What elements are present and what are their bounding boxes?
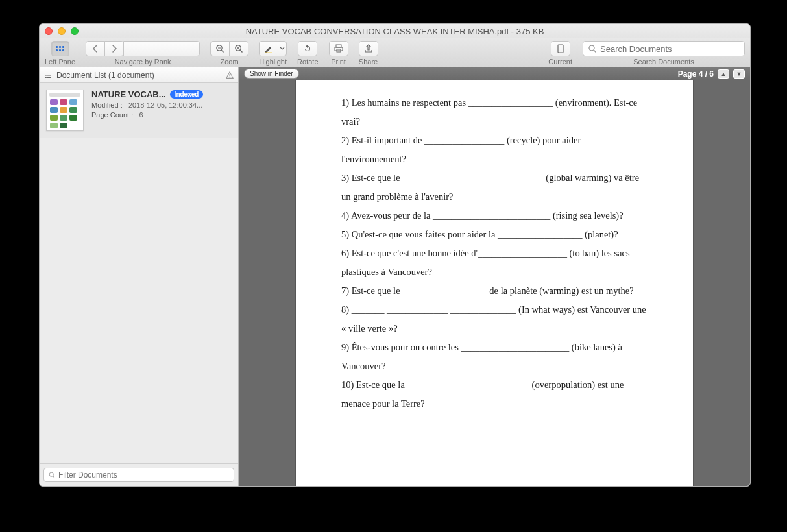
doc-line: 5) Qu'est-ce que vous faites pour aider … (341, 225, 648, 244)
doc-line: 1) Les humains ne respectent pas _______… (341, 93, 648, 131)
left-pane-label: Left Pane (45, 58, 75, 66)
highlight-group: Highlight (259, 41, 287, 66)
doc-line: 6) Est-ce que c'est une bonne idée d'___… (341, 244, 648, 282)
share-group: Share (359, 41, 378, 66)
svg-rect-8 (336, 45, 341, 47)
document-title: NATURE VOCAB... (91, 90, 166, 99)
svg-rect-7 (265, 53, 272, 53)
doc-line: 4) Avez-vous peur de la ________________… (341, 206, 648, 225)
doc-line: 10) Est-ce que la ______________________… (341, 376, 648, 413)
minimize-window-button[interactable] (58, 27, 66, 35)
page-indicator: Page 4 / 6 ▲ ▼ (678, 69, 745, 79)
zoom-out-button[interactable] (210, 41, 230, 56)
highlight-label: Highlight (259, 58, 287, 66)
left-pane: Document List (1 document) (40, 67, 239, 486)
share-button[interactable] (359, 41, 378, 56)
left-pane-toggle[interactable] (51, 41, 69, 56)
pdf-page: 1) Les humains ne respectent pas _______… (296, 80, 693, 486)
highlight-button[interactable] (259, 41, 278, 56)
left-pane-group: Left Pane (45, 41, 75, 66)
svg-point-12 (589, 45, 594, 51)
show-in-finder-button[interactable]: Show in Finder (244, 69, 299, 79)
document-thumbnail (46, 90, 84, 131)
search-label: Search Documents (633, 58, 694, 66)
grid-icon (56, 46, 64, 51)
chevron-left-icon (90, 43, 101, 54)
search-group: Search Documents (583, 41, 745, 66)
doc-line: 9) Êtes-vous pour ou contre les ________… (341, 338, 648, 376)
left-pane-header: Document List (1 document) (40, 67, 238, 83)
search-input[interactable] (600, 44, 740, 54)
pagecount-label: Page Count : (91, 111, 133, 119)
warning-icon[interactable] (225, 71, 234, 80)
navigate-group: Navigate by Rank (86, 41, 200, 66)
share-label: Share (359, 58, 378, 66)
nav-back-button[interactable] (86, 41, 105, 56)
filter-bar (40, 463, 238, 486)
search-icon (48, 471, 56, 479)
zoom-window-button[interactable] (71, 27, 79, 35)
toolbar: Left Pane Navigate by Rank (40, 38, 750, 67)
window-controls (45, 27, 79, 35)
rotate-icon (302, 43, 313, 54)
page-indicator-text: Page 4 / 6 (678, 69, 714, 79)
page-up-button[interactable]: ▲ (718, 69, 729, 79)
printer-icon (333, 43, 344, 54)
zoom-out-icon (215, 43, 225, 54)
viewer: Show in Finder Page 4 / 6 ▲ ▼ 1) Les hum… (239, 67, 750, 486)
body: Document List (1 document) (40, 67, 750, 486)
page-down-button[interactable]: ▼ (733, 69, 745, 79)
doc-line: 2) Est-il important de _________________… (341, 131, 648, 169)
rank-field[interactable] (123, 41, 200, 56)
zoom-label: Zoom (221, 58, 239, 66)
current-label: Current (548, 58, 572, 66)
pagecount-value: 6 (139, 111, 143, 119)
rotate-group: Rotate (297, 41, 318, 66)
zoom-in-button[interactable] (229, 41, 248, 56)
chevron-right-icon (109, 43, 119, 54)
chevron-down-icon (280, 46, 285, 51)
list-icon (43, 71, 53, 80)
current-group: Current (548, 41, 572, 66)
rotate-button[interactable] (298, 41, 317, 56)
svg-line-1 (221, 50, 223, 52)
filter-field[interactable] (43, 468, 234, 482)
svg-point-16 (49, 472, 53, 476)
document-area[interactable]: 1) Les humains ne respectent pas _______… (239, 80, 750, 486)
window-title: NATURE VOCAB CONVERSATION CLASS WEAK INT… (40, 27, 750, 36)
close-window-button[interactable] (45, 27, 53, 35)
zoom-group: Zoom (210, 41, 248, 66)
zoom-in-icon (234, 43, 244, 54)
app-window: NATURE VOCAB CONVERSATION CLASS WEAK INT… (39, 23, 751, 487)
current-layout-button[interactable] (551, 41, 570, 56)
svg-point-15 (229, 77, 230, 77)
doc-line: 3) Est-ce que le _______________________… (341, 169, 648, 206)
filter-input[interactable] (58, 470, 230, 479)
rotate-label: Rotate (297, 58, 318, 66)
print-button[interactable] (329, 41, 348, 56)
document-list-item[interactable]: NATURE VOCAB... Indexed Modified : 2018-… (40, 83, 238, 138)
page-icon (555, 43, 566, 54)
modified-value: 2018-12-05, 12:00:34... (128, 101, 202, 109)
share-icon (363, 43, 374, 54)
indexed-badge: Indexed (170, 90, 204, 99)
viewer-topbar: Show in Finder Page 4 / 6 ▲ ▼ (239, 67, 750, 80)
nav-forward-button[interactable] (104, 41, 124, 56)
document-meta: NATURE VOCAB... Indexed Modified : 2018-… (91, 90, 232, 131)
doc-line: 7) Est-ce que le __________________ de l… (341, 282, 648, 300)
highlighter-icon (263, 43, 274, 54)
print-label: Print (331, 58, 346, 66)
doc-line: 8) _______ _____________ ______________ … (341, 300, 648, 338)
left-header-text: Document List (1 document) (56, 71, 154, 80)
navigate-label: Navigate by Rank (115, 58, 171, 66)
print-group: Print (329, 41, 348, 66)
svg-rect-11 (558, 45, 563, 53)
search-icon (587, 43, 598, 54)
titlebar: NATURE VOCAB CONVERSATION CLASS WEAK INT… (40, 24, 750, 38)
svg-line-17 (53, 476, 54, 478)
svg-line-4 (240, 50, 242, 52)
search-field[interactable] (583, 41, 745, 56)
modified-label: Modified : (91, 101, 123, 109)
highlight-menu-button[interactable] (278, 41, 287, 56)
svg-line-13 (594, 50, 596, 53)
